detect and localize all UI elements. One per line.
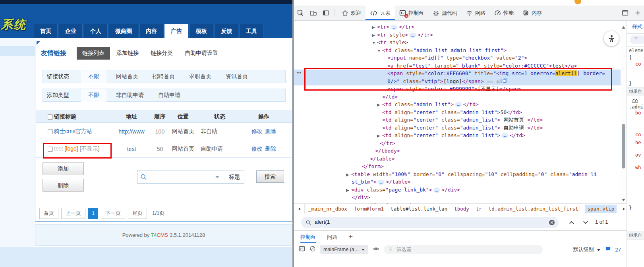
nav-tab-广告[interactable]: 广告 xyxy=(164,24,188,38)
action-link-删除[interactable]: 删除 xyxy=(265,128,276,134)
dom-tree-line[interactable]: <span style="color:#FF6600" title="<img … xyxy=(387,70,605,77)
dom-tree-line[interactable]: <td align="center" class="admin_list"> 自… xyxy=(382,124,543,132)
page-button-首页[interactable]: 首页 xyxy=(39,208,58,219)
column-header-操作[interactable]: 操作 xyxy=(242,113,286,120)
add-tab-button[interactable]: + xyxy=(348,232,353,241)
breadcrumb-item[interactable]: tr xyxy=(476,206,482,212)
tab-欢迎[interactable]: 欢迎 xyxy=(337,6,366,20)
action-link-修改[interactable]: 修改 xyxy=(251,128,263,134)
page-button-尾页[interactable]: 尾页 xyxy=(128,208,147,219)
column-header-地址[interactable]: 地址 xyxy=(112,113,151,120)
dom-tree-line[interactable]: <input name="id[]" type="checkbox" value… xyxy=(387,54,527,62)
search-field-label[interactable]: 标题 xyxy=(229,174,240,181)
module-tab-链接分类[interactable]: 链接分类 xyxy=(151,50,173,57)
find-input[interactable]: alert(1 xyxy=(301,217,559,228)
action-link-删除[interactable]: 删除 xyxy=(265,145,276,152)
dom-tree-line[interactable]: <a href="test" target="_blank" style="co… xyxy=(387,62,577,70)
action-link-修改[interactable]: 修改 xyxy=(251,145,263,152)
dom-tree-line[interactable]: </tr> xyxy=(380,139,395,147)
console-sidebar-icon[interactable] xyxy=(299,246,305,253)
tab-控制台[interactable]: 控制台 xyxy=(395,6,428,20)
nav-tab-反馈[interactable]: 反馈 xyxy=(215,24,238,38)
expand-ellipsis-icon[interactable]: … xyxy=(433,188,441,193)
expand-ellipsis-icon[interactable]: … xyxy=(378,180,385,185)
tab-源代码[interactable]: 源代码 xyxy=(428,6,462,20)
column-header-位置[interactable]: 位置 xyxy=(169,113,197,120)
nav-tab-个人[interactable]: 个人 xyxy=(84,24,108,38)
nav-tab-内容[interactable]: 内容 xyxy=(139,24,163,38)
dock-button[interactable] xyxy=(319,6,332,20)
filter-option-不限[interactable]: 不限 xyxy=(81,70,106,83)
scroll-down-icon[interactable] xyxy=(622,195,625,203)
scrollbar[interactable] xyxy=(621,21,627,203)
expand-ellipsis-icon[interactable]: … xyxy=(501,133,509,138)
live-expression-icon[interactable] xyxy=(373,246,379,254)
filter-option-招聘首页[interactable]: 招聘首页 xyxy=(153,73,175,80)
dom-tree-line[interactable]: ▼<tr style> xyxy=(372,39,408,46)
tab-网络[interactable]: 网络 xyxy=(462,6,490,20)
row-checkbox[interactable] xyxy=(48,129,53,134)
dom-tree-line[interactable]: ▶<table width="100%" border="0" cellspac… xyxy=(346,170,597,178)
console-tab-控制台[interactable]: 控制台 xyxy=(300,231,316,243)
nav-tab-企业[interactable]: 企业 xyxy=(59,24,83,38)
dom-tree-line[interactable]: </td> xyxy=(382,93,398,101)
dom-tree-line[interactable]: ▶<td class="admin_list">…</td> xyxy=(377,101,479,108)
page-button-上一页[interactable]: 上一页 xyxy=(61,208,85,219)
filter-option-求职首页[interactable]: 求职首页 xyxy=(189,73,211,80)
dom-tree-line[interactable]: </form> xyxy=(362,163,384,170)
sidebar-item-active[interactable] xyxy=(0,46,35,56)
filter-option-网站首页[interactable]: 网站首页 xyxy=(116,73,138,80)
styles-filter-input[interactable] xyxy=(630,35,644,44)
module-tab-添加链接[interactable]: 添加链接 xyxy=(116,50,139,57)
link-title-cell[interactable]: 骑士cms官方站 xyxy=(54,128,112,135)
clear-icon[interactable] xyxy=(549,219,555,227)
dom-tree-line[interactable]: 0/>" class="vtip">[logo]</span> == $0 xyxy=(387,77,507,85)
scrollbar-thumb[interactable] xyxy=(622,124,625,168)
devices-button[interactable] xyxy=(307,6,319,20)
search-input[interactable]: 标题 xyxy=(137,170,244,184)
filter-option-非自助申请[interactable]: 非自助申请 xyxy=(116,92,144,99)
gutter-menu-dots[interactable]: ⋯ xyxy=(296,70,302,76)
filter-option-不限[interactable]: 不限 xyxy=(81,89,106,102)
inspect-button[interactable] xyxy=(294,6,307,20)
tab-styles[interactable]: 样式 xyxy=(632,23,642,30)
execution-context-selector[interactable]: mainFrame (a... xyxy=(320,245,368,254)
dom-tree-line[interactable]: </div> xyxy=(352,193,370,201)
add-button[interactable]: 添加 xyxy=(43,162,84,175)
link-url-cell[interactable]: http://www xyxy=(112,128,151,135)
dom-tree-line[interactable]: st_btm">…</table> xyxy=(352,178,411,186)
filter-option-资讯首页[interactable]: 资讯首页 xyxy=(226,73,248,80)
tab-性能[interactable]: 性能 xyxy=(490,6,518,20)
select-all-checkbox[interactable] xyxy=(48,114,53,120)
dom-tree-line[interactable]: </table> xyxy=(370,155,395,163)
column-header-链接标题[interactable]: 链接标题 xyxy=(54,113,112,120)
column-header-顺序[interactable]: 顺序 xyxy=(151,113,169,120)
dom-tree-line[interactable]: <td align="center" class="admin_list">50… xyxy=(382,108,522,116)
link-url-cell[interactable]: test xyxy=(112,146,151,152)
chevron-down-icon[interactable] xyxy=(215,176,219,178)
panel-button[interactable] xyxy=(619,6,631,20)
tab-元素[interactable]: 元素 xyxy=(366,6,395,20)
expand-ellipsis-icon[interactable]: … xyxy=(391,25,398,30)
clear-console-icon[interactable] xyxy=(309,246,316,253)
dom-tree-line[interactable]: ▶<td align="center" class="admin_list">…… xyxy=(377,132,525,139)
expand-ellipsis-icon[interactable]: … xyxy=(409,33,416,38)
scroll-up-icon[interactable] xyxy=(622,23,625,30)
accessibility-fab[interactable] xyxy=(604,31,619,46)
console-tab-问题[interactable]: 问题 xyxy=(327,231,337,243)
delete-button[interactable]: 删除 xyxy=(43,179,84,192)
messages-icon[interactable] xyxy=(605,246,611,253)
nav-tab-模板[interactable]: 模板 xyxy=(190,24,213,38)
breadcrumb-item[interactable]: tbody xyxy=(454,206,469,212)
nav-tab-微商圈[interactable]: 微商圈 xyxy=(109,24,138,38)
breadcrumb-item[interactable]: td.admin_list.admin_list_first xyxy=(489,206,578,212)
nav-tab-首页[interactable]: 首页 xyxy=(34,24,58,38)
breadcrumb-forward-button[interactable] xyxy=(620,204,627,214)
console-filter-input[interactable]: 筛选器 xyxy=(384,245,543,254)
breadcrumb-item[interactable]: span.vtip xyxy=(585,205,617,213)
find-previous-icon[interactable] xyxy=(568,219,575,228)
row-checkbox[interactable] xyxy=(48,147,53,152)
dom-tree-line[interactable]: ▶<tr>…</tr> xyxy=(372,23,414,31)
find-query-text[interactable]: alert(1 xyxy=(315,219,330,225)
link-title-cell[interactable]: test [logo] [不显示] xyxy=(54,145,112,153)
